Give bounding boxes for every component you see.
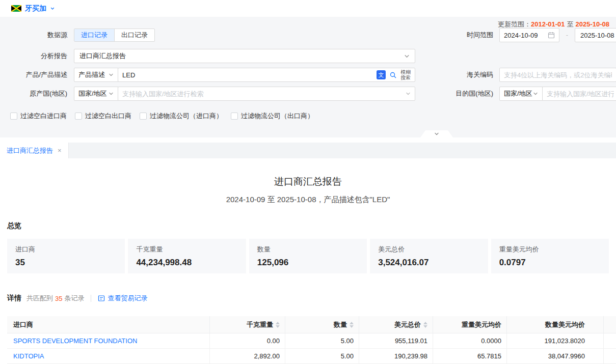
stat-value: 0.0797 — [499, 258, 601, 268]
checkbox-filter-blank-importer[interactable]: 过滤空白进口商 — [10, 111, 67, 121]
column-header-quantity[interactable]: 数量 — [285, 316, 359, 333]
product-type-select[interactable]: 产品描述 — [74, 68, 118, 82]
column-label: 进口商 — [13, 320, 33, 329]
report-tab-bar: 进口商汇总报告 × — [0, 143, 616, 158]
destination-label: 目的国(地区) — [446, 87, 493, 101]
cell-quantity: 5.00 — [285, 349, 359, 363]
cell-quantity: 5.00 — [285, 333, 359, 348]
product-search-value: LED — [122, 71, 373, 79]
update-range-start: 2012-01-01 — [531, 20, 565, 28]
fuzzy-search-label[interactable]: 模糊 搜索 — [400, 69, 411, 80]
origin-search-input[interactable] — [122, 90, 406, 98]
fuzzy-search-line2: 搜索 — [400, 75, 411, 80]
checkbox-label: 过滤物流公司（出口商） — [241, 111, 314, 121]
collapse-panel-button[interactable] — [420, 130, 453, 137]
sort-icon[interactable] — [350, 322, 354, 328]
checkbox-icon[interactable] — [140, 113, 147, 120]
origin-type-select[interactable]: 国家/地区 — [74, 87, 118, 101]
top-bar: 牙买加 — [0, 0, 616, 17]
match-prefix: 共匹配到 — [26, 294, 53, 303]
tab-strip-spacer — [0, 137, 616, 143]
importer-table: 进口商 千克重量 数量 美元总价 重量美元均价 数量美元均价 S — [7, 316, 616, 364]
column-label: 数量美元均价 — [545, 320, 585, 329]
cell-usd-per-weight: 0.0000 — [433, 333, 507, 348]
stat-card-kg-weight: 千克重量 44,234,998.48 — [128, 239, 246, 273]
stat-label: 数量 — [257, 245, 359, 254]
report-content: 进口商汇总报告 2024-10-09 至 2025-10-08，产品描述包含"L… — [0, 175, 616, 364]
report-select-value: 进口商汇总报告 — [79, 51, 126, 61]
report-select[interactable]: 进口商汇总报告 — [74, 49, 415, 63]
chevron-down-icon — [109, 72, 114, 77]
chevron-down-icon — [50, 6, 55, 11]
hs-code-label: 海关编码 — [446, 68, 493, 82]
destination-type-select[interactable]: 国家/地区 — [499, 87, 543, 101]
tab-export-records[interactable]: 出口记录 — [114, 29, 154, 41]
vertical-divider — [91, 295, 91, 302]
tab-import-records[interactable]: 进口记录 — [74, 29, 114, 41]
column-header-importer: 进口商 — [7, 316, 210, 333]
chevron-down-icon — [406, 91, 411, 96]
chevron-down-icon — [404, 53, 410, 59]
checkbox-label: 过滤物流公司（进口商） — [150, 111, 223, 121]
stat-label: 重量美元均价 — [499, 245, 601, 254]
destination-search-input[interactable] — [547, 90, 614, 98]
cell-stub — [604, 333, 616, 348]
checkbox-filter-logistics-exporter[interactable]: 过滤物流公司（出口商） — [231, 111, 314, 121]
calendar-icon — [548, 32, 555, 39]
hs-code-input[interactable] — [504, 71, 612, 79]
destination-type-value: 国家/地区 — [504, 89, 532, 98]
view-trade-records-link[interactable]: 查看贸易记录 — [98, 294, 147, 303]
start-date-picker[interactable]: 2024-10-09 — [499, 28, 559, 42]
start-date-value: 2024-10-09 — [504, 32, 538, 39]
product-type-value: 产品描述 — [78, 70, 105, 79]
column-header-usd-total[interactable]: 美元总价 — [359, 316, 433, 333]
origin-search-field — [118, 87, 415, 101]
update-range-to: 至 — [567, 20, 574, 28]
filter-panel: 更新范围：2012-01-01至2025-10-08 数据源 进口记录 出口记录… — [0, 17, 616, 137]
importer-link[interactable]: SPORTS DEVELOPMENT FOUNDATION — [7, 333, 210, 348]
stat-label: 千克重量 — [136, 245, 237, 254]
cell-kg-weight: 2,892.00 — [210, 349, 285, 363]
product-search-input[interactable]: LED 文 模糊 搜索 — [118, 68, 415, 82]
close-icon[interactable]: × — [58, 147, 62, 154]
trade-records-icon — [98, 295, 105, 302]
checkbox-icon[interactable] — [10, 113, 17, 120]
stat-value: 125,096 — [257, 258, 359, 268]
fuzzy-search-icon[interactable] — [389, 71, 397, 79]
column-label: 美元总价 — [394, 320, 421, 329]
cell-usd-per-quantity: 38,047.9960 — [507, 349, 604, 363]
report-subtitle: 2024-10-09 至 2025-10-08，产品描述包含"LED" — [0, 195, 616, 205]
checkbox-label: 过滤空白进口商 — [20, 111, 67, 121]
checkbox-filter-logistics-importer[interactable]: 过滤物流公司（进口商） — [140, 111, 223, 121]
column-header-kg-weight[interactable]: 千克重量 — [210, 316, 285, 333]
fuzzy-search-line1: 模糊 — [400, 69, 411, 75]
sort-icon[interactable] — [276, 322, 280, 328]
country-selector[interactable]: 牙买加 — [25, 4, 46, 13]
time-range-label: 时间范围 — [446, 29, 493, 42]
date-separator: - — [559, 28, 575, 42]
origin-label: 原产国(地区) — [0, 87, 67, 101]
update-range-end: 2025-10-08 — [576, 20, 610, 28]
checkbox-icon[interactable] — [75, 113, 82, 120]
checkbox-label: 过滤空白出口商 — [85, 111, 131, 121]
end-date-picker[interactable]: 2025-10-08 — [575, 28, 616, 42]
chevron-down-icon — [533, 91, 538, 96]
cell-usd-total: 955,119.01 — [359, 333, 433, 348]
end-date-value: 2025-10-08 — [580, 32, 614, 39]
data-source-toggle: 进口记录 出口记录 — [74, 29, 155, 42]
data-source-label: 数据源 — [0, 29, 67, 42]
sort-icon[interactable] — [423, 322, 427, 328]
cell-usd-total: 190,239.98 — [359, 349, 433, 363]
translate-icon[interactable]: 文 — [377, 70, 386, 79]
importer-link[interactable]: KIDTOPIA — [7, 349, 210, 363]
stat-card-usd-per-weight: 重量美元均价 0.0797 — [491, 239, 609, 273]
table-row: SPORTS DEVELOPMENT FOUNDATION 0.00 5.00 … — [7, 333, 616, 349]
cell-kg-weight: 0.00 — [210, 333, 285, 348]
stat-card-importers: 进口商 35 — [7, 239, 125, 273]
tab-importer-summary-report[interactable]: 进口商汇总报告 × — [0, 143, 69, 158]
stat-card-usd-total: 美元总价 3,524,016.07 — [370, 239, 488, 273]
checkbox-icon[interactable] — [231, 113, 238, 120]
checkbox-filter-blank-exporter[interactable]: 过滤空白出口商 — [75, 111, 131, 121]
destination-search-field — [542, 87, 616, 101]
chevron-down-icon — [109, 91, 114, 96]
